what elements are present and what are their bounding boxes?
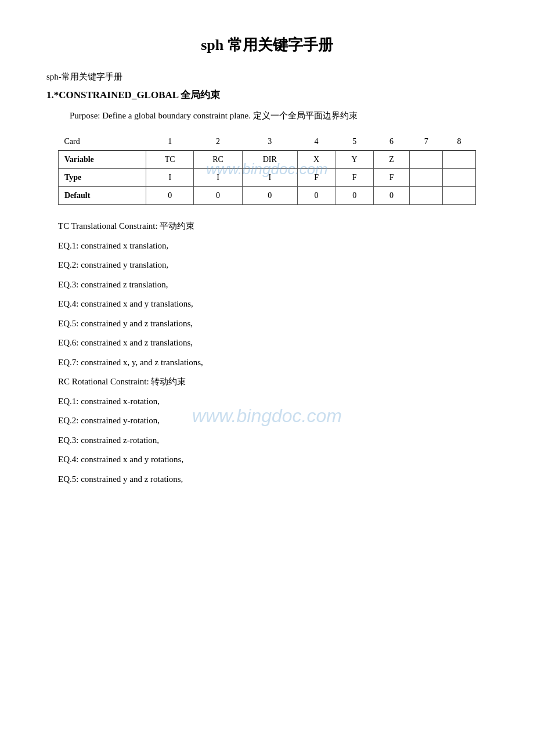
- cell-2-6: [410, 187, 443, 205]
- content-section: TC Translational Constraint: 平动约束EQ.1: c…: [46, 219, 488, 487]
- content-line-11: EQ.3: constrained z-rotation,: [46, 433, 488, 448]
- content-line-2: EQ.2: constrained y translation,: [46, 258, 488, 273]
- cell-0-0: TC: [146, 151, 194, 169]
- content-line-4: EQ.4: constrained x and y translations,: [46, 297, 488, 312]
- cell-1-5: F: [373, 169, 409, 187]
- content-line-10: EQ.2: constrained y-rotation,: [46, 413, 488, 429]
- table-row: Default000000: [59, 187, 476, 205]
- constraint-table: Card 1 2 3 4 5 6 7 8 VariableTCRCDIRXYZT…: [58, 133, 476, 205]
- page-title: sph 常用关键字手册: [46, 35, 488, 55]
- content-line-8: RC Rotational Constraint: 转动约束: [46, 375, 488, 390]
- col-header-3: 3: [242, 133, 297, 151]
- col-header-1: 1: [146, 133, 194, 151]
- table-row: TypeIIIFFF: [59, 169, 476, 187]
- cell-1-3: F: [297, 169, 335, 187]
- cell-0-6: [410, 151, 443, 169]
- col-header-6: 6: [373, 133, 409, 151]
- cell-0-2: DIR: [242, 151, 297, 169]
- cell-1-7: [443, 169, 476, 187]
- cell-1-0: I: [146, 169, 194, 187]
- cell-2-4: 0: [335, 187, 374, 205]
- content-line-7: EQ.7: constrained x, y, and z translatio…: [46, 355, 488, 370]
- cell-0-1: RC: [194, 151, 243, 169]
- cell-1-4: F: [335, 169, 374, 187]
- col-header-card: Card: [59, 133, 146, 151]
- row-label-default: Default: [59, 187, 146, 205]
- col-header-2: 2: [194, 133, 243, 151]
- content-line-5: EQ.5: constrained y and z translations,: [46, 316, 488, 332]
- table-header-row: Card 1 2 3 4 5 6 7 8: [59, 133, 476, 151]
- cell-0-7: [443, 151, 476, 169]
- cell-1-1: I: [194, 169, 243, 187]
- purpose-text: Purpose: Define a global boundary constr…: [70, 109, 488, 123]
- col-header-5: 5: [335, 133, 374, 151]
- cell-2-3: 0: [297, 187, 335, 205]
- content-line-0: TC Translational Constraint: 平动约束: [46, 219, 488, 234]
- content-line-3: EQ.3: constrained z translation,: [46, 278, 488, 293]
- section1-heading: 1.*CONSTRAINED_GLOBAL 全局约束: [46, 88, 488, 102]
- row-label-type: Type: [59, 169, 146, 187]
- content-line-13: EQ.5: constrained y and z rotations,: [46, 472, 488, 487]
- cell-0-5: Z: [373, 151, 409, 169]
- cell-2-0: 0: [146, 187, 194, 205]
- data-table: www.bingdoc.com Card 1 2 3 4 5 6 7 8 Var…: [58, 133, 476, 205]
- col-header-7: 7: [410, 133, 443, 151]
- col-header-8: 8: [443, 133, 476, 151]
- subtitle: sph-常用关键字手册: [46, 71, 488, 82]
- row-label-variable: Variable: [59, 151, 146, 169]
- cell-1-2: I: [242, 169, 297, 187]
- cell-2-1: 0: [194, 187, 243, 205]
- cell-0-4: Y: [335, 151, 374, 169]
- cell-2-7: [443, 187, 476, 205]
- content-line-9: EQ.1: constrained x-rotation,: [46, 394, 488, 409]
- table-row: VariableTCRCDIRXYZ: [59, 151, 476, 169]
- col-header-4: 4: [297, 133, 335, 151]
- content-line-6: EQ.6: constrained x and z translations,: [46, 336, 488, 351]
- cell-2-5: 0: [373, 187, 409, 205]
- content-line-1: EQ.1: constrained x translation,: [46, 239, 488, 254]
- cell-2-2: 0: [242, 187, 297, 205]
- cell-0-3: X: [297, 151, 335, 169]
- cell-1-6: [410, 169, 443, 187]
- content-line-12: EQ.4: constrained x and y rotations,: [46, 452, 488, 467]
